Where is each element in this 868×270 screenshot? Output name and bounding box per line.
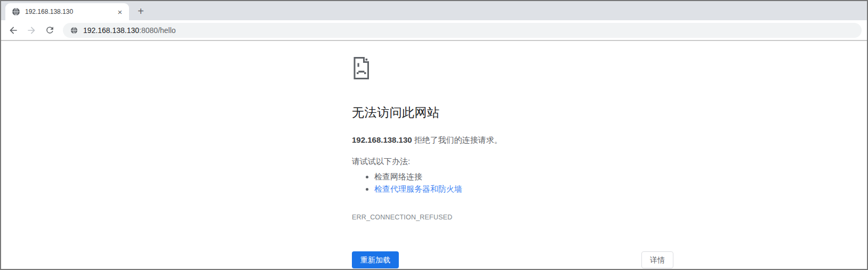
browser-toolbar: 192.168.138.130:8080/hello	[1, 20, 867, 41]
globe-icon	[70, 27, 78, 34]
error-host: 192.168.138.130	[352, 135, 412, 144]
arrow-left-icon	[8, 25, 19, 36]
globe-icon	[12, 7, 20, 16]
reload-page-button[interactable]: 重新加载	[352, 251, 399, 268]
suggestions-list: 检查网络连接 检查代理服务器和防火墙	[352, 170, 672, 195]
reload-button[interactable]	[42, 23, 57, 38]
suggestions-heading: 请试试以下办法:	[352, 157, 672, 167]
error-title: 无法访问此网站	[352, 104, 672, 121]
tab-title: 192.168.138.130	[25, 8, 115, 15]
tab-close-icon[interactable]: ×	[115, 7, 125, 17]
url-path: :8080/hello	[139, 26, 176, 35]
new-tab-button[interactable]: +	[133, 4, 148, 19]
url-text: 192.168.138.130:8080/hello	[83, 26, 176, 35]
sad-file-icon	[352, 56, 371, 80]
details-button[interactable]: 详情	[641, 251, 673, 268]
error-message-text: 拒绝了我们的连接请求。	[412, 135, 502, 144]
browser-tab[interactable]: 192.168.138.130 ×	[5, 3, 129, 20]
url-host: 192.168.138.130	[83, 26, 139, 35]
suggestion-text: 检查网络连接	[374, 172, 422, 181]
list-item: 检查代理服务器和防火墙	[374, 183, 672, 195]
forward-button[interactable]	[24, 23, 39, 38]
error-code: ERR_CONNECTION_REFUSED	[352, 214, 672, 221]
proxy-firewall-link[interactable]: 检查代理服务器和防火墙	[374, 184, 462, 193]
arrow-right-icon	[26, 25, 37, 36]
address-bar[interactable]: 192.168.138.130:8080/hello	[63, 23, 862, 38]
list-item: 检查网络连接	[374, 170, 672, 183]
error-content: 无法访问此网站 192.168.138.130 拒绝了我们的连接请求。 请试试以…	[352, 41, 672, 268]
reload-icon	[45, 25, 55, 35]
button-row: 重新加载 详情	[352, 251, 673, 268]
error-message: 192.168.138.130 拒绝了我们的连接请求。	[352, 135, 672, 145]
tab-strip: 192.168.138.130 × +	[1, 1, 867, 20]
browser-window: 192.168.138.130 × +	[0, 0, 868, 270]
back-button[interactable]	[6, 23, 21, 38]
page-content: 无法访问此网站 192.168.138.130 拒绝了我们的连接请求。 请试试以…	[1, 41, 867, 268]
